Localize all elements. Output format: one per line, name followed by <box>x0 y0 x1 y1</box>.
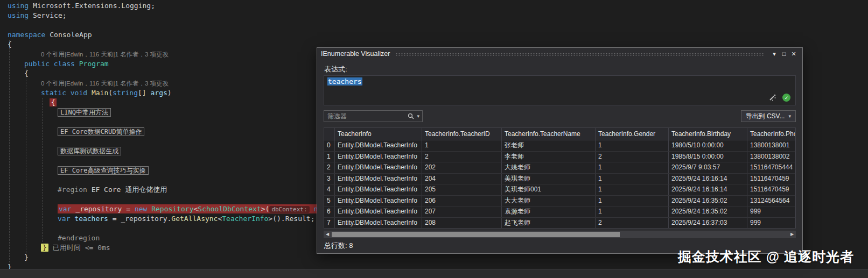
table-cell: 1985/8/15 0:00:00 <box>669 152 747 162</box>
table-cell: 2 <box>596 218 669 229</box>
table-cell: 1 <box>596 140 669 151</box>
code-token: { <box>8 40 12 48</box>
table-cell: Entity.DBModel.TeacherInfo <box>335 140 422 151</box>
table-row[interactable]: 6Entity.DBModel.TeacherInfo207袁源老师12025/… <box>324 206 795 218</box>
code-token: string <box>113 89 138 97</box>
filter-dropdown-icon[interactable]: ▾ <box>417 113 419 119</box>
code-token <box>41 98 50 106</box>
column-header[interactable]: TeacherInfo <box>335 128 422 140</box>
table-cell: 999 <box>747 218 795 229</box>
table-cell: 207 <box>422 206 502 217</box>
ienumerable-visualizer-dialog: IEnumerable Visualizer ▾ □ ✕ 表达式: teache… <box>317 47 803 254</box>
column-header[interactable]: TeacherInfo.TeacherName <box>502 128 596 140</box>
code-token: Program <box>79 60 109 68</box>
editor-bottom-strip <box>0 269 868 278</box>
collapsed-region[interactable]: 数据库测试数据生成 <box>58 147 121 155</box>
wand-icon[interactable] <box>768 94 776 102</box>
table-cell: Entity.DBModel.TeacherInfo <box>335 206 422 217</box>
column-header[interactable]: TeacherInfo.TeacherID <box>422 128 502 140</box>
table-row[interactable]: 3Entity.DBModel.TeacherInfo204美琪老师12025/… <box>324 174 795 185</box>
table-cell: Entity.DBModel.TeacherInfo <box>335 184 422 195</box>
table-cell: 205 <box>422 184 502 195</box>
code-token: var <box>58 215 74 223</box>
export-dropdown-icon: ▾ <box>788 113 791 119</box>
code-token: 已用时间 <= 0ms <box>53 244 110 252</box>
table-cell: 15116470459 <box>747 174 795 184</box>
column-header[interactable]: TeacherInfo.Phon <box>747 128 795 140</box>
code-token: #endregion <box>58 234 100 242</box>
table-cell: 999 <box>747 206 795 217</box>
code-line: using Service; <box>0 11 868 20</box>
table-cell: 15116470459 <box>747 184 795 195</box>
table-cell: 2025/9/24 16:35:02 <box>669 206 747 217</box>
table-row[interactable]: 0Entity.DBModel.TeacherInfo1张老师11980/5/1… <box>324 140 795 152</box>
close-button[interactable]: ✕ <box>789 48 799 60</box>
dock-menu-button[interactable]: ▾ <box>769 48 779 60</box>
titlebar-drag-texture[interactable] <box>395 52 764 56</box>
table-cell: 13800138001 <box>747 140 795 151</box>
export-csv-label: 导出到 CSV... <box>746 112 785 121</box>
export-csv-button[interactable]: 导出到 CSV... ▾ <box>741 110 796 122</box>
table-cell: 大大老师 <box>502 196 596 206</box>
expression-input[interactable]: teachers ✓ <box>324 75 796 105</box>
column-header[interactable] <box>324 128 335 140</box>
collapsed-region[interactable]: EF Core高级查询技巧与实操 <box>58 166 149 175</box>
code-token: Microsoft.Extensions.Logging <box>33 2 151 10</box>
search-icon[interactable] <box>408 113 414 119</box>
table-cell: 1 <box>596 174 669 184</box>
table-row[interactable]: 7Entity.DBModel.TeacherInfo208起飞老师22025/… <box>324 218 795 229</box>
code-token: Repository <box>151 205 193 213</box>
table-cell: 2025/9/24 16:16:14 <box>669 174 747 184</box>
code-token: _repository = <box>75 205 135 213</box>
collapsed-region[interactable]: LINQ中常用方法 <box>58 108 111 117</box>
table-cell: 2025/9/24 16:16:14 <box>669 184 747 195</box>
column-header[interactable]: TeacherInfo.Birthday <box>669 128 747 140</box>
table-cell: 2 <box>422 152 502 162</box>
dialog-title: IEnumerable Visualizer <box>321 50 390 58</box>
table-cell: 5 <box>324 196 335 206</box>
table-cell: Entity.DBModel.TeacherInfo <box>335 196 422 206</box>
table-cell: 大姚老师 <box>502 162 596 173</box>
table-row[interactable]: 5Entity.DBModel.TeacherInfo206大大老师12025/… <box>324 196 795 207</box>
code-token: = <box>108 215 121 223</box>
code-token: EF Core 通用仓储使用 <box>92 186 167 194</box>
table-row[interactable]: 1Entity.DBModel.TeacherInfo2李老师21985/8/1… <box>324 152 795 163</box>
code-token: } <box>41 244 48 252</box>
scroll-right-button[interactable]: ▶ <box>788 231 796 238</box>
table-cell: Entity.DBModel.TeacherInfo <box>335 162 422 173</box>
code-token: [] <box>138 89 150 97</box>
table-cell: 208 <box>422 218 502 229</box>
code-token: ConsoleApp <box>50 31 92 39</box>
expression-value: teachers <box>327 77 362 85</box>
table-row[interactable]: 4Entity.DBModel.TeacherInfo205美琪老师001120… <box>324 184 795 196</box>
code-token: Result; <box>285 215 315 223</box>
table-cell: 2025/9/7 9:03:57 <box>669 162 747 173</box>
table-cell: 1980/5/10 0:00:00 <box>669 140 747 151</box>
code-token: TeacherInfo <box>222 215 268 223</box>
collapsed-region[interactable]: EF Core数据CRUD简单操作 <box>58 127 144 136</box>
code-token: var <box>59 205 75 213</box>
code-token: 0 个引用|Edwin，116 天前|1 名作者，3 项更改 <box>41 80 169 87</box>
column-header[interactable]: TeacherInfo.Gender <box>596 128 669 140</box>
maximize-button[interactable]: □ <box>779 48 789 60</box>
scroll-thumb[interactable] <box>332 232 620 237</box>
code-token: dbContext: <box>269 206 309 213</box>
dialog-titlebar[interactable]: IEnumerable Visualizer ▾ □ ✕ <box>317 48 802 60</box>
scroll-left-button[interactable]: ◀ <box>324 231 331 238</box>
table-cell: Entity.DBModel.TeacherInfo <box>335 152 422 162</box>
code-token: ) <box>167 89 172 97</box>
table-cell: Entity.DBModel.TeacherInfo <box>335 218 422 229</box>
horizontal-scrollbar[interactable]: ◀ ▶ <box>324 231 796 238</box>
table-cell: 李老师 <box>502 152 596 162</box>
table-row[interactable]: 2Entity.DBModel.TeacherInfo202大姚老师12025/… <box>324 162 795 174</box>
code-token: namespace <box>8 31 50 39</box>
table-header-row: TeacherInfoTeacherInfo.TeacherIDTeacherI… <box>324 128 795 140</box>
code-token: using <box>8 11 33 19</box>
table-body: 0Entity.DBModel.TeacherInfo1张老师11980/5/1… <box>324 140 795 228</box>
table-cell: 1 <box>596 184 669 195</box>
code-token: args <box>151 89 167 97</box>
code-token: >( <box>261 205 270 213</box>
filter-box[interactable]: ▾ <box>324 110 423 122</box>
filter-input[interactable] <box>324 112 405 120</box>
table-cell: 0 <box>324 140 335 151</box>
